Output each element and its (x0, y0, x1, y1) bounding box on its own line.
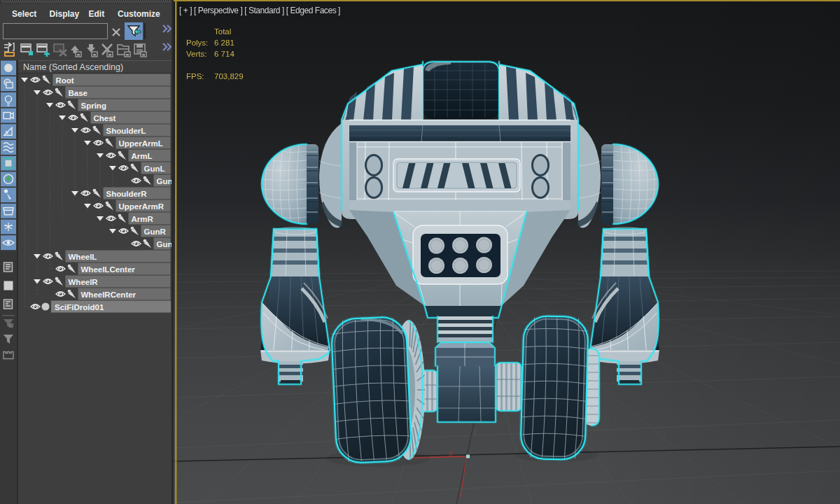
svg-text:Customize: Customize (118, 9, 160, 19)
svg-text:ArmR: ArmR (132, 215, 154, 223)
svg-text:Edit: Edit (89, 9, 105, 19)
svg-text:X: X (449, 450, 453, 457)
svg-text:SciFiDroid01: SciFiDroid01 (55, 303, 104, 312)
svg-text:Verts:: Verts: (186, 50, 206, 58)
svg-text:UpperArmR: UpperArmR (119, 202, 164, 211)
svg-text:WheelRCenter: WheelRCenter (81, 290, 136, 299)
svg-text:WheelL: WheelL (69, 253, 97, 261)
svg-text:Gun: Gun (157, 177, 173, 186)
svg-text:GunL: GunL (144, 164, 165, 173)
svg-text:Z: Z (473, 428, 477, 435)
svg-text:Chest: Chest (94, 114, 116, 122)
svg-text:6 714: 6 714 (214, 50, 234, 58)
svg-text:ShoulderL: ShoulderL (106, 127, 146, 135)
svg-text:6 281: 6 281 (214, 38, 234, 47)
svg-text:Spring: Spring (81, 102, 106, 110)
svg-text:Total: Total (214, 27, 231, 36)
svg-text:Select: Select (12, 9, 36, 19)
svg-text:Name (Sorted Ascending): Name (Sorted Ascending) (23, 62, 123, 72)
svg-text:FPS:: FPS: (186, 72, 204, 80)
svg-text:WheelR: WheelR (69, 278, 99, 286)
svg-text:WheelLCenter: WheelLCenter (81, 265, 136, 274)
svg-text:Root: Root (56, 76, 74, 85)
svg-text:Base: Base (69, 89, 88, 97)
svg-text:Display: Display (50, 9, 80, 19)
svg-text:UpperArmL: UpperArmL (119, 139, 163, 148)
svg-text:ArmL: ArmL (132, 152, 153, 160)
svg-text:ShoulderR: ShoulderR (106, 190, 148, 198)
svg-text:GunR: GunR (144, 227, 167, 236)
svg-text:703,829: 703,829 (214, 72, 244, 80)
svg-text:Polys:: Polys: (186, 38, 208, 47)
svg-text:Gun: Gun (157, 240, 173, 248)
svg-text:[ + ] [ Perspective ] [ Standa: [ + ] [ Perspective ] [ Standard ] [ Edg… (179, 6, 340, 15)
